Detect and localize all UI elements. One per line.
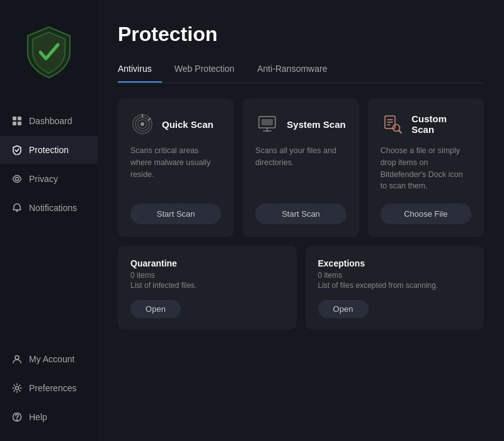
system-scan-button[interactable]: Start Scan — [255, 203, 346, 224]
exceptions-card: Exceptions 0 items List of files excepte… — [306, 246, 484, 329]
quick-scan-title: Quick Scan — [162, 119, 214, 130]
tab-antivirus[interactable]: Antivirus — [118, 59, 162, 83]
my-account-icon — [11, 353, 23, 365]
sidebar-item-preferences[interactable]: Preferences — [0, 374, 98, 402]
system-scan-desc: Scans all your files and directories. — [255, 145, 346, 192]
dashboard-icon — [11, 115, 23, 127]
custom-scan-title: Custom Scan — [411, 113, 471, 135]
quarantine-open-button[interactable]: Open — [130, 300, 181, 318]
custom-scan-card: Custom Scan Choose a file or simply drop… — [368, 98, 484, 237]
system-scan-header: System Scan — [255, 112, 346, 136]
svg-rect-0 — [13, 117, 16, 120]
custom-scan-header: Custom Scan — [381, 112, 471, 136]
system-scan-title: System Scan — [287, 119, 345, 130]
exceptions-open-button[interactable]: Open — [318, 300, 369, 318]
quick-scan-desc: Scans critical areas where malware usual… — [130, 145, 221, 192]
page-title: Protection — [118, 23, 484, 46]
quarantine-desc: List of infected files. — [130, 281, 284, 290]
system-scan-card: System Scan Scans all your files and dir… — [243, 98, 358, 237]
tab-anti-ransomware[interactable]: Anti-Ransomware — [255, 59, 337, 83]
exceptions-count: 0 items — [318, 271, 472, 280]
sidebar-item-help[interactable]: Help — [0, 403, 98, 431]
bottom-cards-row: Quarantine 0 items List of infected file… — [118, 246, 484, 329]
protection-icon — [11, 144, 23, 156]
exceptions-title: Exceptions — [318, 258, 472, 268]
privacy-icon — [11, 173, 23, 185]
help-icon — [11, 411, 23, 423]
sidebar-item-protection-label: Protection — [29, 145, 69, 155]
custom-scan-button[interactable]: Choose File — [381, 203, 471, 224]
sidebar-bottom: My Account Preferences Help — [0, 345, 98, 441]
quick-scan-icon — [130, 112, 154, 136]
quarantine-title: Quarantine — [130, 258, 284, 268]
quick-scan-button[interactable]: Start Scan — [130, 203, 221, 224]
sidebar-item-notifications-label: Notifications — [29, 203, 77, 213]
sidebar-logo — [0, 0, 98, 107]
sidebar-item-dashboard-label: Dashboard — [29, 116, 72, 126]
tab-web-protection[interactable]: Web Protection — [172, 59, 244, 83]
quarantine-count: 0 items — [130, 271, 284, 280]
svg-point-12 — [140, 122, 144, 126]
scan-cards-row: Quick Scan Scans critical areas where ma… — [118, 98, 484, 237]
custom-scan-desc: Choose a file or simply drop items on Bi… — [381, 145, 471, 192]
svg-point-5 — [15, 356, 19, 360]
tabs-bar: Antivirus Web Protection Anti-Ransomware — [118, 59, 484, 83]
svg-point-8 — [17, 420, 18, 420]
sidebar-item-privacy[interactable]: Privacy — [0, 165, 98, 193]
sidebar-item-my-account-label: My Account — [29, 354, 74, 364]
sidebar: Dashboard Protection Privacy Notificatio… — [0, 0, 98, 441]
quarantine-card: Quarantine 0 items List of infected file… — [118, 246, 297, 329]
sidebar-item-protection[interactable]: Protection — [0, 136, 98, 164]
svg-line-14 — [149, 118, 151, 120]
sidebar-nav: Dashboard Protection Privacy Notificatio… — [0, 107, 98, 345]
sidebar-item-dashboard[interactable]: Dashboard — [0, 107, 98, 135]
quick-scan-header: Quick Scan — [130, 112, 221, 136]
notifications-icon — [11, 202, 23, 214]
sidebar-item-preferences-label: Preferences — [29, 383, 76, 393]
svg-rect-2 — [13, 122, 16, 125]
sidebar-item-my-account[interactable]: My Account — [0, 345, 98, 373]
sidebar-item-help-label: Help — [29, 412, 47, 422]
svg-rect-16 — [261, 119, 273, 125]
svg-point-6 — [16, 387, 19, 390]
custom-scan-icon — [381, 112, 404, 136]
svg-rect-1 — [18, 117, 21, 120]
exceptions-desc: List of files excepted from scanning. — [318, 281, 472, 290]
svg-line-24 — [399, 130, 401, 133]
sidebar-item-privacy-label: Privacy — [29, 174, 58, 184]
preferences-icon — [11, 382, 23, 394]
sidebar-item-notifications[interactable]: Notifications — [0, 194, 98, 222]
main-content: Protection Antivirus Web Protection Anti… — [98, 0, 504, 441]
quick-scan-card: Quick Scan Scans critical areas where ma… — [118, 98, 234, 237]
system-scan-icon — [255, 112, 279, 136]
svg-rect-3 — [18, 122, 21, 125]
svg-point-4 — [16, 178, 19, 181]
